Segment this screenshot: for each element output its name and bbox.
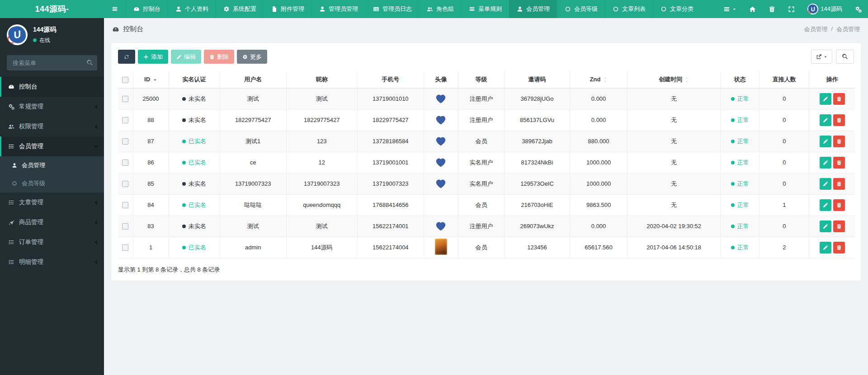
table-row[interactable]: 85未实名137190073231371900732313719007323实名… — [118, 173, 855, 194]
column-header-znd[interactable]: Znd — [570, 71, 627, 88]
row-select-cell — [118, 109, 133, 131]
row-delete-button[interactable] — [833, 242, 845, 253]
menu-search-input[interactable] — [7, 55, 97, 70]
status-badge: 正常 — [731, 244, 749, 252]
row-edit-button[interactable] — [820, 136, 831, 147]
row-delete-button[interactable] — [833, 136, 845, 147]
nav-link[interactable]: 菜单规则 — [461, 0, 509, 18]
sidebar-item-文章管理: 文章管理 — [0, 192, 104, 212]
row-edit-button[interactable] — [820, 199, 831, 211]
nav-link[interactable]: 文章分类 — [653, 0, 701, 18]
table-row[interactable]: 1已实名admin144源码15622174004会员12345665617.5… — [118, 237, 855, 258]
row-edit-button[interactable] — [820, 242, 831, 253]
column-header-actions[interactable]: 操作 — [809, 71, 855, 88]
sidebar-sublink[interactable]: 会员管理 — [0, 156, 104, 174]
settings-button[interactable] — [849, 0, 868, 18]
actions-cell — [809, 237, 855, 258]
gear-icon — [242, 54, 248, 60]
row-delete-button[interactable] — [833, 178, 845, 190]
column-header-id[interactable]: ID — [133, 71, 169, 88]
table-row[interactable]: 88未实名182297754271822977542718229775427注册… — [118, 109, 855, 131]
table-row[interactable]: 87已实名测试112313728186584会员389672Jjab880.00… — [118, 131, 855, 152]
sort-both-icon[interactable] — [603, 76, 607, 83]
clear-cache-button[interactable] — [762, 0, 782, 18]
nav-link[interactable]: 管理员日志 — [365, 0, 419, 18]
row-delete-button[interactable] — [833, 220, 845, 232]
row-delete-button[interactable] — [833, 157, 845, 169]
select-all-checkbox[interactable] — [122, 77, 128, 83]
row-edit-button[interactable] — [820, 220, 831, 232]
tabs-dropdown-button[interactable] — [717, 0, 743, 18]
sidebar-link[interactable]: 权限管理 — [0, 117, 104, 136]
row-delete-button[interactable] — [833, 93, 845, 105]
cell-username: admin — [220, 237, 286, 258]
row-delete-button[interactable] — [833, 199, 845, 211]
nav-link[interactable]: 会员等级 — [557, 0, 605, 18]
column-header-level[interactable]: 等级 — [458, 71, 504, 88]
user-menu[interactable]: U144源码 — [801, 0, 849, 18]
refresh-button[interactable] — [118, 50, 135, 64]
list-icon — [8, 143, 14, 150]
row-checkbox[interactable] — [122, 117, 128, 123]
nav-link[interactable]: 个人资料 — [168, 0, 216, 18]
row-checkbox[interactable] — [122, 202, 128, 208]
row-checkbox[interactable] — [122, 223, 128, 230]
more-button[interactable]: 更多 — [237, 50, 267, 64]
row-checkbox[interactable] — [122, 244, 128, 251]
dashboard-icon — [8, 84, 14, 90]
nav-link[interactable]: 文章列表 — [605, 0, 653, 18]
sidebar-link[interactable]: 订单管理 — [0, 232, 104, 252]
breadcrumb-current[interactable]: 会员管理 — [836, 25, 860, 33]
column-header-direct[interactable]: 直推人数 — [760, 71, 809, 88]
sidebar-link[interactable]: 文章管理 — [0, 192, 104, 212]
nav-link[interactable]: 附件管理 — [264, 0, 311, 18]
home-button[interactable] — [743, 0, 762, 18]
column-header-created[interactable]: 创建时间 — [627, 71, 721, 88]
row-checkbox[interactable] — [122, 96, 128, 102]
table-row[interactable]: 86已实名ce1213719001001实名用户817324NkBi1000.0… — [118, 152, 855, 173]
sidebar-link[interactable]: 明细管理 — [0, 252, 104, 272]
nav-link[interactable]: 角色组 — [419, 0, 461, 18]
sort-both-icon[interactable] — [685, 76, 689, 83]
row-checkbox[interactable] — [122, 159, 128, 166]
column-header-mobile[interactable]: 手机号 — [357, 71, 424, 88]
sidebar-sublink[interactable]: 会员等级 — [0, 174, 104, 192]
row-edit-button[interactable] — [820, 93, 831, 105]
row-checkbox[interactable] — [122, 138, 128, 145]
sort-desc-icon[interactable] — [153, 78, 157, 82]
table-row[interactable]: 84已实名哒哒哒queendomqqq17688414656会员216703oH… — [118, 194, 855, 216]
nav-link[interactable]: 会员管理 — [509, 0, 557, 18]
table-row[interactable]: 83未实名测试测试15622174001注册用户269073wUkz0.0002… — [118, 216, 855, 237]
row-edit-button[interactable] — [820, 157, 831, 169]
cell-id: 88 — [133, 109, 169, 131]
sidebar-link[interactable]: 商品管理 — [0, 212, 104, 232]
column-header-username[interactable]: 用户名 — [220, 71, 286, 88]
row-edit-button[interactable] — [820, 178, 831, 190]
breadcrumb-link[interactable]: 会员管理 — [804, 25, 827, 33]
nav-link[interactable]: 管理员管理 — [311, 0, 365, 18]
delete-button[interactable]: 删除 — [204, 50, 234, 64]
column-header-invite[interactable]: 邀请码 — [504, 71, 570, 88]
nav-link[interactable]: 控制台 — [126, 0, 168, 18]
column-search-button[interactable] — [836, 50, 854, 64]
row-edit-button[interactable] — [820, 114, 831, 126]
realname-badge: 已实名 — [182, 137, 206, 145]
sidebar-link[interactable]: 会员管理 — [0, 136, 104, 156]
column-header-nickname[interactable]: 昵称 — [286, 71, 357, 88]
add-button[interactable]: 添加 — [138, 50, 168, 64]
table-row[interactable]: 25000未实名测试测试13719001010注册用户367928jUGo0.0… — [118, 88, 855, 109]
sidebar-toggle-button[interactable] — [104, 0, 126, 18]
row-checkbox[interactable] — [122, 181, 128, 187]
column-header-status[interactable]: 状态 — [721, 71, 760, 88]
column-header-avatar[interactable]: 头像 — [424, 71, 458, 88]
row-select-cell — [118, 194, 133, 216]
row-delete-button[interactable] — [833, 114, 845, 126]
sidebar-link[interactable]: 控制台 — [0, 77, 104, 97]
avatar-heart-icon — [424, 178, 458, 189]
sidebar-link[interactable]: 常规管理 — [0, 97, 104, 117]
fullscreen-button[interactable] — [782, 0, 801, 18]
nav-link[interactable]: 系统配置 — [216, 0, 264, 18]
column-header-realname[interactable]: 实名认证 — [169, 71, 220, 88]
export-button[interactable] — [811, 50, 832, 64]
edit-button[interactable]: 编辑 — [171, 50, 201, 64]
